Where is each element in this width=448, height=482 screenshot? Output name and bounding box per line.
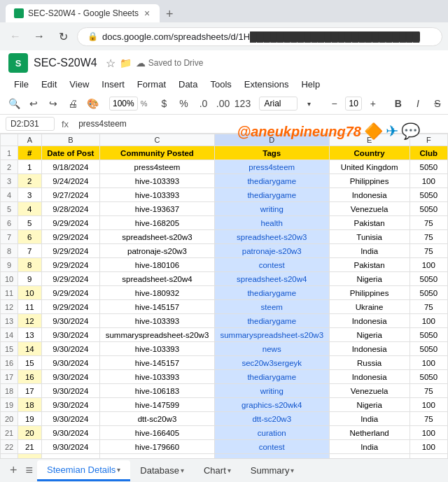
cell-d-6[interactable]: spreadsheet-s20w3 <box>214 230 329 244</box>
cell-d-1[interactable]: press4steem <box>214 160 329 174</box>
browser-tab[interactable]: SEC-S20W4 - Google Sheets × <box>6 4 160 22</box>
cell-e-8[interactable]: Pakistan <box>329 258 410 272</box>
cell-e-5[interactable]: Pakistan <box>329 216 410 230</box>
cell-b-4[interactable]: 9/28/2024 <box>41 202 100 216</box>
cell-b-8[interactable]: 9/29/2024 <box>41 258 100 272</box>
cell-d-10[interactable]: thediarygame <box>214 286 329 300</box>
cell-d-19[interactable]: dtt-sc20w3 <box>214 412 329 426</box>
folder-icon[interactable]: 📁 <box>120 57 132 69</box>
cell-e-18[interactable]: Nigeria <box>329 398 410 412</box>
cell-d-18[interactable]: graphics-s20wk4 <box>214 398 329 412</box>
forward-button[interactable]: → <box>29 27 49 46</box>
table-row[interactable]: 14 13 9/30/2024 summaryspreadsheet-s20w3… <box>1 328 448 342</box>
cell-f-9[interactable]: 5050 <box>410 272 447 286</box>
cell-a-11[interactable]: 11 <box>18 300 41 314</box>
cell-d-2[interactable]: thediarygame <box>214 174 329 188</box>
redo-button[interactable]: ↪ <box>45 95 62 112</box>
cell-d-8[interactable]: contest <box>214 258 329 272</box>
cell-a-2[interactable]: 2 <box>18 174 41 188</box>
search-button[interactable]: 🔍 <box>6 95 22 112</box>
tab-steemian-details[interactable]: Steemian Details ▾ <box>37 460 130 481</box>
cell-c-4[interactable]: hive-193637 <box>100 202 215 216</box>
cell-e-0[interactable]: Country <box>329 146 410 160</box>
cell-b-13[interactable]: 9/30/2024 <box>41 328 100 342</box>
tab-database[interactable]: Database ▾ <box>130 461 194 480</box>
cell-d-0[interactable]: Tags <box>214 146 329 160</box>
menu-tools[interactable]: Tools <box>204 77 237 92</box>
cell-c-16[interactable]: hive-103393 <box>100 370 215 384</box>
cell-d-11[interactable]: steem <box>214 300 329 314</box>
menu-help[interactable]: Help <box>295 77 326 92</box>
cell-e-9[interactable]: Nigeria <box>329 272 410 286</box>
cell-c-3[interactable]: hive-103393 <box>100 188 215 202</box>
zoom-selector[interactable]: 100% <box>109 97 138 111</box>
cell-c-5[interactable]: hive-168205 <box>100 216 215 230</box>
cell-d-9[interactable]: spreadsheet-s20w4 <box>214 272 329 286</box>
menu-view[interactable]: View <box>64 77 94 92</box>
menu-format[interactable]: Format <box>132 77 172 92</box>
table-row[interactable]: 18 17 9/30/2024 hive-106183 writing Vene… <box>1 384 448 398</box>
cell-f-20[interactable]: 100 <box>410 426 447 440</box>
cell-f-11[interactable]: 75 <box>410 300 447 314</box>
cell-f-3[interactable]: 5050 <box>410 188 447 202</box>
cell-b-5[interactable]: 9/29/2024 <box>41 216 100 230</box>
cell-a-7[interactable]: 7 <box>18 244 41 258</box>
cell-a-12[interactable]: 12 <box>18 314 41 328</box>
cell-a-8[interactable]: 8 <box>18 258 41 272</box>
cell-b-7[interactable]: 9/29/2024 <box>41 244 100 258</box>
cell-e-10[interactable]: Philippines <box>329 286 410 300</box>
decimal-dec-button[interactable]: .0 <box>195 95 211 112</box>
cell-f-16[interactable]: 5050 <box>410 370 447 384</box>
cell-d-12[interactable]: thediarygame <box>214 314 329 328</box>
col-header-c[interactable]: C <box>100 134 215 146</box>
cell-f-14[interactable]: 5050 <box>410 342 447 356</box>
table-row[interactable]: 9 8 9/29/2024 hive-180106 contest Pakist… <box>1 258 448 272</box>
cell-f-15[interactable]: 100 <box>410 356 447 370</box>
cell-b-18[interactable]: 9/30/2024 <box>41 398 100 412</box>
col-header-a[interactable]: A <box>18 134 41 146</box>
add-sheet-button[interactable]: + <box>6 460 22 481</box>
cell-c-0[interactable]: Community Posted <box>100 146 215 160</box>
cell-b-0[interactable]: Date of Post <box>41 146 100 160</box>
print-button[interactable]: 🖨 <box>64 95 81 112</box>
cell-c-15[interactable]: hive-145157 <box>100 356 215 370</box>
cell-b-16[interactable]: 9/30/2024 <box>41 370 100 384</box>
cell-d-20[interactable]: curation <box>214 426 329 440</box>
cell-f-0[interactable]: Club <box>410 146 447 160</box>
cell-a-4[interactable]: 4 <box>18 202 41 216</box>
cell-d-3[interactable]: thediarygame <box>214 188 329 202</box>
cell-f-18[interactable]: 100 <box>410 398 447 412</box>
cell-d-17[interactable]: writing <box>214 384 329 398</box>
cell-a-21[interactable]: 21 <box>18 440 41 454</box>
table-row[interactable]: 11 10 9/29/2024 hive-180932 thediarygame… <box>1 286 448 300</box>
table-row[interactable]: 7 6 9/29/2024 spreadsheet-s20w3 spreadsh… <box>1 230 448 244</box>
format-number-button[interactable]: 123 <box>234 95 251 112</box>
cell-b-9[interactable]: 9/29/2024 <box>41 272 100 286</box>
cell-a-1[interactable]: 1 <box>18 160 41 174</box>
cell-b-1[interactable]: 9/18/2024 <box>41 160 100 174</box>
star-icon[interactable]: ☆ <box>106 57 115 70</box>
cell-a-17[interactable]: 17 <box>18 384 41 398</box>
cell-reference[interactable]: D2:D31 <box>6 117 55 131</box>
font-size-dec[interactable]: − <box>326 95 342 112</box>
cell-c-21[interactable]: hive-179660 <box>100 440 215 454</box>
cell-c-2[interactable]: hive-103393 <box>100 174 215 188</box>
cell-c-6[interactable]: spreadsheet-s20w3 <box>100 230 215 244</box>
cell-b-15[interactable]: 9/30/2024 <box>41 356 100 370</box>
cell-e-17[interactable]: Venezuela <box>329 384 410 398</box>
cell-e-21[interactable]: India <box>329 440 410 454</box>
font-size-field[interactable]: 10 <box>345 97 361 111</box>
cell-d-16[interactable]: thediarygame <box>214 370 329 384</box>
cell-f-19[interactable]: 75 <box>410 412 447 426</box>
cell-f-8[interactable]: 100 <box>410 258 447 272</box>
paint-format-button[interactable]: 🎨 <box>84 95 101 112</box>
cell-e-6[interactable]: Tunisia <box>329 230 410 244</box>
table-row[interactable]: 22 21 9/30/2024 hive-179660 contest Indi… <box>1 440 448 454</box>
cell-a-20[interactable]: 20 <box>18 426 41 440</box>
cell-b-17[interactable]: 9/30/2024 <box>41 384 100 398</box>
percent-button[interactable]: % <box>175 95 192 112</box>
cell-c-10[interactable]: hive-180932 <box>100 286 215 300</box>
cell-e-15[interactable]: Russia <box>329 356 410 370</box>
cell-f-12[interactable]: 100 <box>410 314 447 328</box>
cell-c-8[interactable]: hive-180106 <box>100 258 215 272</box>
